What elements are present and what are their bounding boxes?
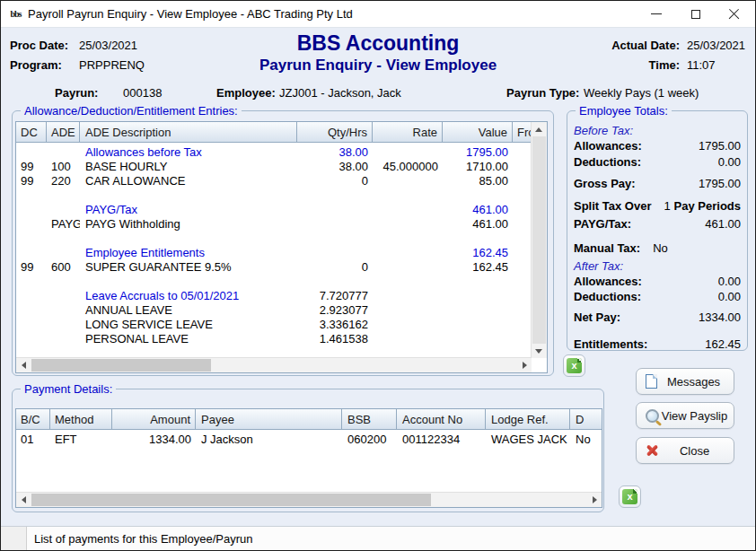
payments-table: B/C Method Amount Payee BSB Account No L… [15,408,602,508]
totals-panel: Before Tax: Allowances: 1795.00 Deductio… [567,120,747,351]
table-row[interactable]: 99220CAR ALLOWANCE085.00 [16,174,547,188]
table-row[interactable]: Leave Accruals to 05/01/20217.720777 [16,289,547,303]
cell-value [443,289,513,303]
cell-qty: 2.923077 [297,303,373,318]
cell-desc: PAYG/Tax [80,203,297,217]
table-row[interactable]: 99600SUPER GUARANTEE 9.5%0162.45 [16,260,547,275]
scroll-right-button[interactable] [517,358,532,372]
column-header-payee[interactable]: Payee [196,409,342,429]
column-header-dc[interactable]: DC [16,122,47,142]
manual-tax-label: Manual Tax: [574,241,640,255]
column-header-account-no[interactable]: Account No [397,409,486,429]
scroll-left-button[interactable] [16,358,31,372]
cell-value [443,318,513,332]
column-header-d[interactable]: D [570,409,602,429]
table-row[interactable]: 99100BASE HOURLY38.0045.0000001710.00 [16,160,547,174]
cell-desc: Allowances before Tax [80,145,297,160]
cell-ade [47,188,80,203]
cell-dc [16,188,47,203]
cell-value [443,303,513,318]
table-row[interactable]: Employee Entitlements162.45 [16,246,547,260]
cell-rate [373,203,443,217]
column-header-bc[interactable]: B/C [16,409,50,429]
cell-value: 461.00 [443,203,513,217]
table-row[interactable]: ANNUAL LEAVE2.923077 [16,303,547,318]
messages-button[interactable]: Messages [636,368,734,395]
close-button[interactable]: Close [636,437,734,464]
minimize-button[interactable] [640,1,672,27]
scroll-up-button[interactable] [532,122,546,136]
column-header-value[interactable]: Value [443,122,513,142]
entries-table-header: DC ADE ADE Description Qty/Hrs Rate Valu… [16,122,547,143]
arrow-left-icon [22,362,26,369]
before-allowances-label: Allowances: [574,139,642,153]
column-header-description[interactable]: ADE Description [80,122,297,142]
cell-bc: 01 [16,433,50,447]
column-header-ade[interactable]: ADE [47,122,80,142]
program-value: PRPPRENQ [79,58,145,72]
scroll-down-button[interactable] [532,344,546,358]
payrun-type-label: Payrun Type: [506,86,579,100]
vertical-scroll-thumb[interactable] [532,136,546,344]
scroll-left-button[interactable] [16,493,31,507]
column-header-qty[interactable]: Qty/Hrs [297,122,373,142]
cell-method: EFT [50,433,112,447]
red-x-icon [646,444,659,458]
column-header-bsb[interactable]: BSB [342,409,397,429]
status-bar-cell [1,527,27,550]
export-payments-excel-button[interactable]: x [619,485,641,508]
table-row[interactable] [16,275,547,289]
entries-table: DC ADE ADE Description Qty/Hrs Rate Valu… [15,121,548,373]
arrow-down-icon [535,349,542,354]
excel-icon: x [567,358,582,373]
table-row[interactable] [16,232,547,246]
cell-d: No [570,433,602,447]
employee-value: JZJ001 - Jackson, Jack [279,86,401,100]
cell-value [443,188,513,203]
column-header-amount[interactable]: Amount [112,409,196,429]
view-payslip-button[interactable]: View Payslip [636,402,734,429]
entries-group: Allowance/Deduction/Entitlement Entries:… [12,110,554,376]
cell-dc: 99 [16,160,47,174]
net-pay-row: Net Pay: 1334.00 [567,310,747,324]
employee-label: Employee: [216,86,276,100]
table-row[interactable]: Allowances before Tax38.001795.00 [16,145,547,160]
cell-rate [373,275,443,289]
scroll-right-button[interactable] [587,493,602,507]
actual-date-value: 25/03/2021 [687,39,746,52]
cell-qty: 3.336162 [297,318,373,332]
table-row[interactable]: PAYGPAYG Withholding461.00 [16,217,547,232]
horizontal-scroll-thumb[interactable] [31,494,431,506]
column-header-lodge-ref[interactable]: Lodge Ref. [486,409,570,429]
column-header-rate[interactable]: Rate [373,122,443,142]
table-row[interactable]: LONG SERVICE LEAVE3.336162 [16,318,547,332]
header-right: Actual Date: 25/03/2021 Time: 11:07 [595,35,746,74]
table-row[interactable] [16,188,547,203]
table-row[interactable]: PERSONAL LEAVE1.461538 [16,332,547,346]
cell-qty [297,217,373,232]
cell-qty [297,246,373,260]
cell-value: 162.45 [443,246,513,260]
close-window-button[interactable] [717,1,750,27]
cell-desc: PAYG Withholding [80,217,297,232]
manual-tax-row: Manual Tax: No [567,241,747,255]
column-header-method[interactable]: Method [50,409,112,429]
table-row[interactable]: 01EFT1334.00J Jackson060200001122334WAGE… [16,433,602,447]
cell-ade [47,289,80,303]
cell-value [443,275,513,289]
manual-tax-value: No [653,241,668,255]
table-row[interactable]: PAYG/Tax461.00 [16,203,547,217]
payments-table-body: 01EFT1334.00J Jackson060200001122334WAGE… [16,430,602,447]
cell-desc: ANNUAL LEAVE [80,303,297,318]
entries-horizontal-scrollbar[interactable] [16,357,532,372]
cell-ade [47,145,80,160]
horizontal-scroll-thumb[interactable] [31,359,211,372]
payments-horizontal-scrollbar[interactable] [16,492,602,507]
entitlements-label: Entitlements: [574,337,647,351]
entries-vertical-scrollbar[interactable] [531,122,547,358]
payrun-row: Payrun: 000138 Employee: JZJ001 - Jackso… [1,86,755,102]
export-entries-excel-button[interactable]: x [563,354,585,377]
maximize-button[interactable] [680,1,712,27]
cell-rate: 45.000000 [373,160,443,174]
close-icon [728,8,740,20]
